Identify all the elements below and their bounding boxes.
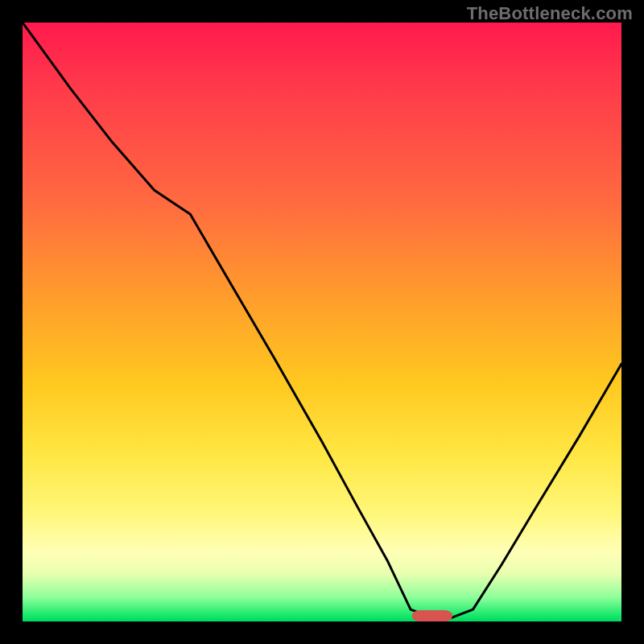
optimal-marker bbox=[412, 610, 453, 621]
curve-layer bbox=[23, 23, 621, 621]
bottleneck-curve bbox=[23, 23, 621, 621]
chart-frame: TheBottleneck.com bbox=[0, 0, 644, 644]
plot-area bbox=[23, 23, 621, 621]
watermark-text: TheBottleneck.com bbox=[467, 3, 633, 24]
